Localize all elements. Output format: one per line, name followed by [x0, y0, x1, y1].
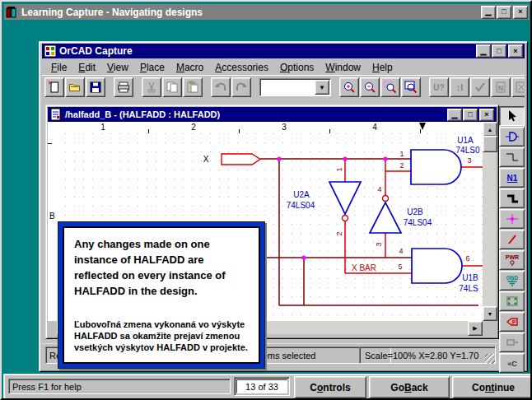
svg-text:P: P — [511, 319, 516, 325]
schematic-minimize-button[interactable]: ▁ — [447, 109, 462, 121]
svg-text:U1B: U1B — [462, 273, 478, 282]
ruler-number: 4 — [372, 123, 377, 132]
close-button[interactable]: × — [513, 6, 528, 19]
menu-help[interactable]: Help — [366, 61, 399, 74]
zoom-in-button[interactable] — [339, 77, 359, 97]
svg-text:U2B: U2B — [407, 207, 423, 216]
ruler-cursor-marker — [419, 123, 426, 130]
orcad-title-bar[interactable]: OrCAD Capture ▁ □ × — [42, 44, 525, 58]
continue-button[interactable]: Continue — [452, 376, 532, 398]
zoom-all-button[interactable] — [401, 77, 421, 97]
svg-text:5: 5 — [398, 263, 402, 271]
print-button[interactable] — [114, 77, 133, 97]
menu-accessories[interactable]: Accessories — [209, 61, 274, 74]
design-rules-check-button — [470, 77, 490, 97]
svg-text:U?: U? — [433, 83, 444, 92]
place-junction-tool[interactable] — [499, 209, 525, 229]
svg-text:4: 4 — [377, 185, 381, 193]
main-title-bar[interactable]: Learning Capture - Navigating designs ▁ … — [4, 4, 530, 20]
svg-text:GND: GND — [506, 275, 518, 281]
ruler-number: 3 — [282, 123, 287, 132]
paste-button — [183, 77, 203, 97]
svg-text:PWR: PWR — [505, 254, 518, 260]
place-part-tool[interactable] — [499, 127, 525, 147]
svg-text:N: N — [498, 84, 504, 92]
cross-reference-button — [511, 77, 525, 97]
copy-button — [162, 77, 182, 97]
svg-text:3: 3 — [467, 156, 471, 165]
orcad-close-button[interactable]: × — [508, 44, 523, 58]
status-scale-position: Scale=100% X=2.80 Y=1.70 — [359, 347, 496, 364]
toolbar: ▼U?↕IN — [42, 75, 525, 99]
save-document-button[interactable] — [86, 77, 105, 97]
vertical-scrollbar[interactable]: ▲ ▼ — [483, 122, 496, 321]
svg-text:74LS: 74LS — [459, 284, 478, 293]
schematic-close-button[interactable]: × — [479, 109, 494, 121]
zoom-out-button[interactable] — [360, 77, 380, 97]
scroll-up-button[interactable]: ▲ — [483, 122, 497, 137]
annotate-button: U? — [429, 77, 449, 97]
new-document-button[interactable] — [44, 77, 64, 97]
minimize-button[interactable]: ▁ — [481, 6, 496, 19]
schematic-title-bar[interactable]: /halfadd_B - (HALFADD : HALFADD) ▁ □ × — [48, 107, 497, 122]
place-off-page-connector-tool[interactable]: «C — [499, 353, 525, 373]
svg-text:4: 4 — [399, 247, 403, 255]
menu-place[interactable]: Place — [134, 61, 170, 74]
place-bus-entry-tool[interactable] — [499, 230, 525, 249]
app-icon — [6, 6, 19, 19]
place-ground-tool[interactable]: GND — [499, 271, 525, 291]
scroll-down-button[interactable]: ▼ — [483, 306, 497, 321]
svg-text:74LS04: 74LS04 — [287, 201, 315, 210]
svg-text:74LS04: 74LS04 — [404, 218, 432, 227]
menu-macro[interactable]: Macro — [170, 61, 209, 74]
place-power-tool[interactable]: PWR — [499, 250, 525, 270]
create-netlist-button: N — [491, 77, 511, 97]
place-wire-tool[interactable] — [499, 147, 525, 167]
open-document-button[interactable] — [65, 77, 85, 97]
controls-button[interactable]: Controls — [294, 376, 366, 398]
part-search-combobox[interactable]: ▼ — [259, 78, 331, 96]
horizontal-ruler: 1234 — [57, 122, 483, 134]
svg-text:2: 2 — [335, 231, 343, 235]
page-counter-value: 13 of 33 — [236, 379, 287, 393]
svg-text:2: 2 — [399, 161, 404, 170]
undo-button — [211, 77, 231, 97]
svg-text:74LS0: 74LS0 — [456, 146, 480, 155]
tutorial-control-bar: Press F1 for help 13 of 33 ControlsGo Ba… — [3, 374, 532, 400]
vertical-scroll-thumb[interactable] — [483, 136, 497, 152]
place-net-alias-tool[interactable]: N1 — [499, 168, 525, 188]
ruler-number: 2 — [191, 123, 196, 132]
menu-bar: FileEditViewPlaceMacroAccessoriesOptions… — [42, 59, 525, 75]
help-status-field: Press F1 for help — [8, 379, 231, 394]
place-bus-tool[interactable] — [499, 188, 525, 208]
orcad-minimize-button[interactable]: ▁ — [476, 44, 491, 58]
orcad-window-title: OrCAD Capture — [59, 45, 133, 57]
svg-text:«C: «C — [507, 360, 517, 368]
place-hierarchical-port-tool[interactable]: P — [499, 312, 525, 332]
page-counter-field: 13 of 33 — [234, 377, 290, 396]
svg-text:X BAR: X BAR — [352, 263, 376, 272]
svg-text:U1A: U1A — [457, 136, 474, 145]
menu-file[interactable]: File — [45, 61, 72, 74]
back-annotate-button: ↕I — [450, 77, 469, 97]
scroll-right-button[interactable]: ▶ — [468, 321, 483, 336]
select-tool[interactable] — [499, 106, 525, 126]
menu-view[interactable]: View — [101, 61, 134, 74]
scrollbar-corner — [483, 321, 496, 334]
ruler-number: 1 — [100, 123, 105, 132]
schematic-maximize-button[interactable]: □ — [463, 109, 478, 121]
vruler-letter: B — [49, 212, 55, 221]
menu-options[interactable]: Options — [274, 61, 320, 74]
svg-text:3: 3 — [375, 242, 383, 246]
orcad-maximize-button[interactable]: □ — [492, 44, 506, 58]
combobox-dropdown-arrow[interactable]: ▼ — [315, 80, 329, 95]
menu-edit[interactable]: Edit — [72, 61, 101, 74]
menu-window[interactable]: Window — [320, 61, 366, 74]
maximize-button[interactable]: □ — [497, 6, 511, 19]
zoom-area-button[interactable] — [380, 77, 400, 97]
svg-text:6: 6 — [465, 254, 469, 263]
place-hierarchical-block-tool[interactable] — [499, 291, 525, 311]
go-back-button[interactable]: Go Back — [369, 376, 450, 398]
resize-grip[interactable] — [485, 354, 495, 364]
svg-text:N1: N1 — [506, 174, 517, 183]
